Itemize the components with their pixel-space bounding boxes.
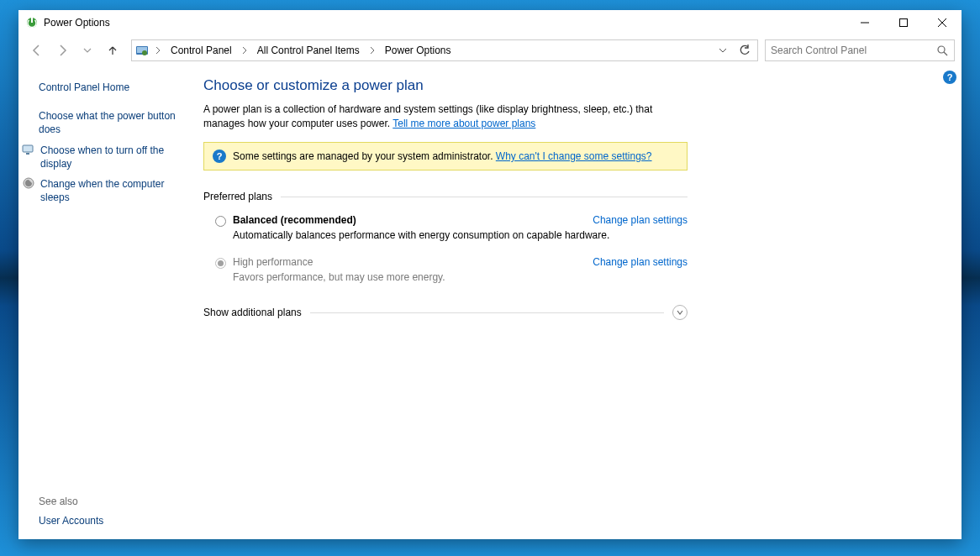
address-bar[interactable]: Control Panel All Control Panel Items Po… <box>131 39 758 61</box>
see-also-label: See also <box>39 492 180 511</box>
plan-radio-high-performance[interactable] <box>215 258 226 269</box>
search-box[interactable] <box>765 39 955 61</box>
minimize-button[interactable] <box>846 10 884 35</box>
sidebar-link-power-button[interactable]: Choose what the power button does <box>39 106 180 139</box>
maximize-button[interactable] <box>884 10 923 35</box>
address-dropdown-button[interactable] <box>714 41 732 60</box>
control-panel-icon <box>135 44 149 57</box>
plan-name[interactable]: High performance <box>233 256 313 268</box>
chevron-right-icon[interactable] <box>152 46 164 55</box>
navigation-bar: Control Panel All Control Panel Items Po… <box>18 35 962 66</box>
svg-point-6 <box>938 46 945 53</box>
plan-row: High performance Change plan settings Fa… <box>215 256 688 283</box>
sidebar-home-link[interactable]: Control Panel Home <box>39 77 180 97</box>
search-icon[interactable] <box>935 45 949 56</box>
sidebar-link-user-accounts[interactable]: User Accounts <box>39 511 180 531</box>
svg-point-5 <box>142 50 147 55</box>
chevron-right-icon[interactable] <box>239 46 250 55</box>
svg-rect-1 <box>31 18 33 23</box>
sleep-icon <box>22 176 35 190</box>
page-heading: Choose or customize a power plan <box>203 77 945 94</box>
preferred-plans-label: Preferred plans <box>203 191 272 202</box>
breadcrumb-item[interactable]: Control Panel <box>167 43 235 58</box>
divider <box>310 312 664 313</box>
svg-rect-7 <box>23 145 33 152</box>
plan-description: Automatically balances performance with … <box>233 229 688 241</box>
sidebar-link-display[interactable]: Choose when to turn off the display <box>40 140 180 174</box>
search-input[interactable] <box>771 45 935 56</box>
notice-text: Some settings are managed by your system… <box>233 150 652 162</box>
plan-description: Favors performance, but may use more ene… <box>233 271 688 283</box>
display-off-icon <box>22 143 35 156</box>
info-icon: ? <box>213 149 226 163</box>
change-plan-settings-link[interactable]: Change plan settings <box>593 256 688 268</box>
close-button[interactable] <box>923 10 962 35</box>
divider <box>281 197 688 197</box>
expand-button[interactable] <box>672 305 688 320</box>
sidebar-link-sleep[interactable]: Change when the computer sleeps <box>40 174 180 207</box>
notice-link[interactable]: Why can't I change some settings? <box>496 150 652 162</box>
refresh-button[interactable] <box>735 41 754 60</box>
svg-rect-8 <box>26 153 29 155</box>
plan-radio-balanced[interactable] <box>215 216 226 227</box>
back-button[interactable] <box>25 39 49 62</box>
svg-rect-2 <box>900 19 908 27</box>
breadcrumb-item[interactable]: All Control Panel Items <box>254 43 363 58</box>
window-controls <box>846 10 962 35</box>
show-additional-plans-row[interactable]: Show additional plans <box>203 305 688 320</box>
show-additional-plans-label: Show additional plans <box>203 307 302 318</box>
plan-row: Balanced (recommended) Change plan setti… <box>215 214 688 241</box>
learn-more-link[interactable]: Tell me more about power plans <box>393 118 535 129</box>
main-content: Choose or customize a power plan A power… <box>187 66 962 539</box>
up-button[interactable] <box>101 39 124 62</box>
title-bar: Power Options <box>18 10 962 35</box>
power-options-app-icon <box>25 16 39 29</box>
change-plan-settings-link[interactable]: Change plan settings <box>593 214 688 226</box>
notice-message: Some settings are managed by your system… <box>233 150 496 162</box>
breadcrumb-item[interactable]: Power Options <box>382 43 455 58</box>
desktop-background: Power Options <box>0 0 980 556</box>
admin-notice: ? Some settings are managed by your syst… <box>203 142 688 170</box>
page-description: A power plan is a collection of hardware… <box>203 102 674 130</box>
window-title: Power Options <box>44 17 110 29</box>
preferred-plans-group: Preferred plans Balanced (recommended) C… <box>203 191 688 283</box>
power-options-window: Power Options <box>18 10 962 539</box>
sidebar: Control Panel Home Choose what the power… <box>18 66 187 539</box>
recent-locations-button[interactable] <box>76 39 99 62</box>
chevron-right-icon[interactable] <box>366 46 378 55</box>
forward-button[interactable] <box>50 39 74 62</box>
plan-name[interactable]: Balanced (recommended) <box>233 214 356 226</box>
